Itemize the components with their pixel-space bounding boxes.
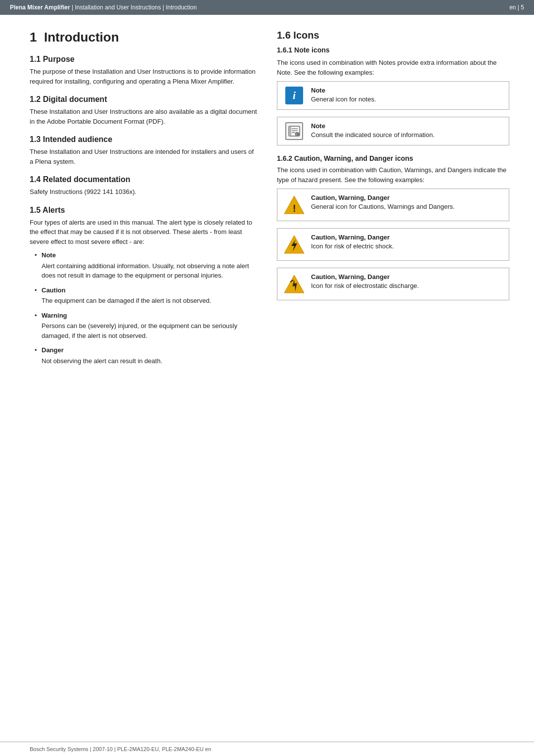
section-1-5-intro: Four types of alerts are used in this ma…: [30, 218, 257, 247]
warn-general-icon: !: [283, 194, 305, 216]
svg-rect-1: [289, 126, 291, 136]
alert-term-warning: Warning: [42, 312, 67, 319]
book-svg: i: [287, 124, 301, 138]
note-icon-text-1: Note General icon for notes.: [311, 87, 503, 104]
warn-lightning-icon: [283, 234, 305, 255]
page-footer: Bosch Security Systems | 2007-10 | PLE-2…: [0, 742, 534, 756]
section-1-3-body: These Installation and User Instructions…: [30, 147, 257, 166]
warn-icon-label-2: Caution, Warning, Danger: [311, 234, 503, 241]
alert-term-danger: Danger: [42, 346, 64, 354]
note-icon-desc-1: General icon for notes.: [311, 95, 503, 104]
alert-term-note: Note: [42, 251, 56, 259]
note-info-icon: i: [285, 87, 303, 104]
list-item: Danger Not observing the alert can resul…: [37, 345, 257, 366]
list-item: Caution The equipment can be damaged if …: [37, 285, 257, 306]
footer-text: Bosch Security Systems | 2007-10 | PLE-2…: [30, 746, 211, 752]
alert-desc-caution: The equipment can be damaged if the aler…: [42, 296, 257, 306]
note-blue-icon-area: i: [283, 87, 305, 104]
right-column: 1.6 Icons 1.6.1 Note icons The icons use…: [277, 30, 509, 371]
warn-icon-box-3: Caution, Warning, Danger Icon for risk o…: [277, 268, 509, 300]
section-1-6-1-title: 1.6.1 Note icons: [277, 46, 509, 54]
section-1-5-title: 1.5 Alerts: [30, 206, 257, 215]
section-1-4-body: Safety Instructions (9922 141 1036x).: [30, 187, 257, 197]
header-subtitle: | Installation and User Instructions | I…: [72, 4, 197, 11]
note-icon-box-1: i Note General icon for notes.: [277, 81, 509, 110]
left-column: 1 Introduction 1.1 Purpose The purpose o…: [30, 30, 257, 371]
section-1-6-2-intro: The icons used in combination with Cauti…: [277, 165, 509, 185]
svg-text:i: i: [297, 133, 298, 136]
warn-icon-text-3: Caution, Warning, Danger Icon for risk o…: [311, 273, 503, 290]
section-1-1-body: The purpose of these Installation and Us…: [30, 67, 257, 86]
warn-icon-box-1: ! Caution, Warning, Danger General icon …: [277, 189, 509, 221]
section-1-3-title: 1.3 Intended audience: [30, 135, 257, 144]
header-title: Plena Mixer Amplifier | Installation and…: [10, 4, 197, 11]
section-1-6-2-title: 1.6.2 Caution, Warning, and Danger icons: [277, 154, 509, 162]
section-1-2-title: 1.2 Digital document: [30, 95, 257, 104]
alert-list: Note Alert containing additional informa…: [30, 250, 257, 366]
page-number: en | 5: [509, 4, 524, 11]
section-1-6-1-intro: The icons used in combination with Notes…: [277, 58, 509, 77]
note-icon-label-2: Note: [311, 122, 503, 130]
note-book-icon: i: [285, 122, 303, 140]
warn-lightning-icon-area: [283, 234, 305, 255]
warn-icon-desc-2: Icon for risk of electric shock.: [311, 242, 503, 251]
warn-icon-desc-3: Icon for risk of electrostatic discharge…: [311, 282, 503, 290]
note-book-icon-area: i: [283, 122, 305, 140]
warn-icon-text-1: Caution, Warning, Danger General icon fo…: [311, 194, 503, 211]
warn-esd-icon-area: [283, 273, 305, 295]
warn-icon-label-1: Caution, Warning, Danger: [311, 194, 503, 201]
alert-desc-danger: Not observing the alert can result in de…: [42, 356, 257, 366]
warn-icon-label-3: Caution, Warning, Danger: [311, 273, 503, 281]
note-icon-label-1: Note: [311, 87, 503, 94]
product-name: Plena Mixer Amplifier: [10, 4, 70, 11]
header-bar: Plena Mixer Amplifier | Installation and…: [0, 0, 534, 15]
note-icon-box-2: i Note Consult the indicated source of i…: [277, 117, 509, 145]
section-1-2-body: These Installation and User Instructions…: [30, 107, 257, 126]
note-icon-desc-2: Consult the indicated source of informat…: [311, 131, 503, 140]
warn-general-icon-area: !: [283, 194, 305, 216]
warn-esd-icon: [283, 273, 305, 295]
alert-term-caution: Caution: [42, 286, 65, 294]
alert-desc-warning: Persons can be (severely) injured, or th…: [42, 321, 257, 340]
warn-icon-text-2: Caution, Warning, Danger Icon for risk o…: [311, 234, 503, 251]
svg-text:!: !: [293, 203, 296, 214]
chapter-title: 1 Introduction: [30, 30, 257, 45]
page-content: 1 Introduction 1.1 Purpose The purpose o…: [0, 15, 534, 400]
alert-desc-note: Alert containing additional information.…: [42, 261, 257, 281]
section-1-4-title: 1.4 Related documentation: [30, 175, 257, 184]
warn-icon-desc-1: General icon for Cautions, Warnings and …: [311, 202, 503, 211]
note-icon-text-2: Note Consult the indicated source of inf…: [311, 122, 503, 140]
list-item: Warning Persons can be (severely) injure…: [37, 311, 257, 341]
list-item: Note Alert containing additional informa…: [37, 250, 257, 281]
warn-icon-box-2: Caution, Warning, Danger Icon for risk o…: [277, 228, 509, 261]
section-1-6-title: 1.6 Icons: [277, 30, 509, 41]
section-1-1-title: 1.1 Purpose: [30, 55, 257, 64]
